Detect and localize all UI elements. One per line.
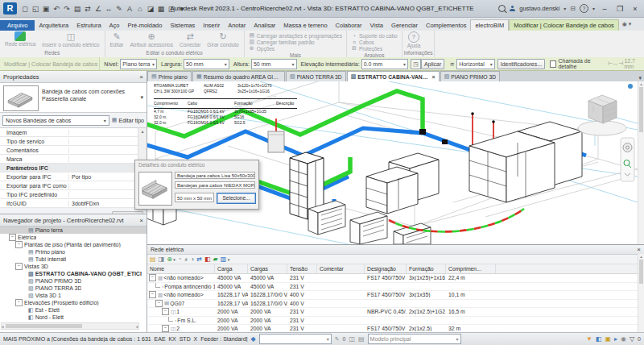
element-filter-select[interactable]: Novos Bandejas de cabos ▾ [2, 115, 109, 126]
ribbon-button-cabos[interactable]: ≡Cabos [349, 39, 376, 45]
ribbon-button-conectar[interactable]: ⇄Conectar [177, 31, 203, 48]
collapse-icon[interactable]: − [162, 325, 169, 332]
view-tab-piano-terra-3d[interactable]: ▧PIANO TERRA 3D [286, 71, 346, 81]
network-column-carga[interactable]: Carga [215, 264, 248, 273]
type-selector[interactable]: Bandeja de cabos com conexões Passerella… [0, 83, 147, 113]
ribbon-button-ajuda[interactable]: ?Ajuda [405, 31, 423, 48]
ribbon-tab-analisar[interactable]: Analisar [250, 20, 279, 31]
ribbon-tab-inserir[interactable]: Inserir [199, 20, 224, 31]
network-column-tens-o[interactable]: Tensão [287, 264, 317, 273]
orientation-select[interactable]: Horizontal▾ [456, 59, 495, 69]
property-row-tipo-ifc-predefinido[interactable]: Tipo IFC predefinido [0, 190, 147, 199]
close-button[interactable]: × [630, 5, 641, 13]
open-icon[interactable]: ▤ [150, 256, 156, 264]
design-option-select[interactable]: ▾ [259, 334, 332, 344]
search-icon[interactable]: ◔ [178, 256, 182, 264]
network-table-header[interactable]: NomeCargaCargasTensãoComentarDesignaçãoF… [147, 264, 644, 274]
ribbon-tab-a-o[interactable]: Aço [105, 20, 124, 31]
browser-item-vistas-3d[interactable]: −Vistas 3D [0, 263, 147, 270]
detail-callout-checkbox[interactable] [550, 60, 556, 68]
ribbon-tab-massa-e-terreno[interactable]: Massa e terreno [279, 20, 331, 31]
tag-icon[interactable]: ✎ [114, 5, 124, 13]
collapse-icon[interactable]: − [15, 263, 23, 270]
canvas-vertical-scrollbar[interactable]: ▴ [638, 81, 644, 244]
network-row-qg07[interactable]: −▤QG0716228,17 VA16228,17/0/0 VA400 V [147, 300, 644, 309]
network-vertical-scrollbar[interactable]: ▴ [638, 254, 644, 333]
redo-icon[interactable]: ↷ [62, 5, 72, 13]
select-link-icon[interactable]: ▸ [614, 335, 617, 343]
network-row-n-o-nomeado[interactable]: −▥<não nomeado>16228,17 VA16228,17/0/0 V… [147, 291, 644, 300]
new-file-icon[interactable]: ◻ [20, 5, 30, 13]
popup-size-field[interactable]: 50 mm x 50 mm [175, 193, 214, 202]
search-all-icon[interactable]: ◑ [190, 256, 194, 264]
property-row-marca[interactable]: Marca [0, 155, 147, 164]
aligned-dimension-icon[interactable]: ↔ [104, 5, 114, 13]
network-row-pompa-antincendio-1[interactable]: ▫Pompa antincendio 145000 VA45000 VA231 … [147, 283, 644, 292]
ribbon-button-suporte-do-cabo[interactable]: ◔Suporte do cabo [349, 32, 399, 39]
worksets-icon[interactable]: ◫ [349, 335, 355, 343]
ribbon-button-atribuir-acess-rios[interactable]: ⊕Atribuir acessórios [127, 31, 175, 48]
browser-item-eleva-es-prospetto-edificio[interactable]: −Elevações (Prospetto edificio) [0, 299, 147, 306]
active-model-select[interactable]: Modelo principal ▾ [368, 334, 461, 344]
network-row-n-o-nomeado[interactable]: −▥<não nomeado>45000 VA45000 VA231 VFS17… [147, 274, 644, 283]
network-column-designa-o[interactable]: Designação [365, 264, 407, 273]
browser-item-piano-terra-3d[interactable]: ▧PIANO TERRA 3D [0, 285, 147, 292]
browser-item-primo-piano[interactable]: ▤Primo piano [0, 248, 147, 256]
save-icon[interactable]: ▣ [41, 5, 51, 13]
collapse-icon[interactable]: − [15, 299, 23, 306]
help-menu-chevron-icon[interactable]: ▾ [592, 6, 595, 11]
add-circuit-icon[interactable]: ⊕ ▾ [167, 256, 175, 264]
project-browser-close-icon[interactable]: × [139, 217, 143, 224]
browser-item-tubi-interrati[interactable]: ▤Tubi interrati [0, 256, 147, 263]
width-select[interactable]: 50 mm▾ [184, 59, 229, 69]
sync-icon[interactable]: ⇄ [196, 256, 202, 264]
undo-icon[interactable]: ↶ [52, 5, 61, 13]
network-column-forma-o[interactable]: Formação [407, 264, 446, 273]
view-tab-estratto-cabina-vano-qgbt[interactable]: ▧ESTRATTO CABINA-VANO QGBT...× [347, 71, 440, 81]
collapse-icon[interactable]: − [149, 274, 156, 281]
apply-button[interactable]: Aplicar [421, 59, 444, 69]
view-tab-piano-primo-3d[interactable]: ▧PIANO PRIMO 3D [440, 71, 501, 81]
browser-item-vista-3d-1[interactable]: ▧Vista 3D 1 [0, 292, 147, 299]
user-menu-chevron-icon[interactable]: ▾ [564, 6, 566, 11]
reveal-constraints-icon[interactable]: ▣ [605, 335, 611, 343]
ribbon-tab-estrutura[interactable]: Estrutura [72, 20, 105, 31]
view-tab-resumo-do-quadro-area-gialla-q[interactable]: ▦Resumo do quadro AREA GIALLA Q... [192, 71, 285, 81]
tags-button[interactable]: Identificadores... [497, 59, 545, 69]
browser-item-estratto-cabina-vano-qgbt-etici[interactable]: ▧ESTRATTO CABINA-VANO QGBT_ETICI [0, 270, 147, 277]
collapse-icon[interactable]: − [15, 241, 23, 248]
network-column-nome[interactable]: Nome [147, 264, 215, 273]
signed-in-user[interactable]: gustavo.denski [519, 5, 559, 12]
ribbon-tab-colaborar[interactable]: Colaborar [332, 20, 366, 31]
export-icon[interactable]: ◨ [159, 256, 165, 264]
property-row-imagem[interactable]: Imagem [0, 128, 147, 137]
ribbon-tab-vista[interactable]: Vista [366, 20, 388, 31]
editing-requests-icon[interactable]: ✎ [335, 336, 340, 343]
ribbon-button-carregar-anota-es-e-programa-es[interactable]: ▤Carregar anotações e programações [247, 32, 344, 39]
select-pinned-icon[interactable]: ◉ [621, 335, 626, 343]
ribbon-tab-anotar[interactable]: Anotar [224, 20, 250, 31]
open-icon[interactable]: ◱ [31, 5, 40, 13]
level-select[interactable]: Piano terra▾ [120, 59, 157, 69]
type-selector-chevron-icon[interactable]: ▾ [140, 94, 143, 101]
filter-icon[interactable]: ▽ [630, 335, 634, 343]
view-tab-list-icon[interactable]: ▾ [636, 75, 644, 81]
network-row-fm-s-l[interactable]: ▫Fm S.L.2000 VA2000 VA231 V [147, 317, 644, 326]
edit-type-button[interactable]: ▦ Editar tipo [112, 117, 144, 123]
pick-offset-icon[interactable]: ◳ [411, 59, 421, 69]
collapse-icon[interactable]: − [149, 291, 156, 298]
default-3d-view-icon[interactable]: ⌂ [135, 5, 145, 13]
network-column-item[interactable] [496, 264, 644, 273]
popup-type-field[interactable]: Bandeja para cabos Lisa 50x50x3000 [175, 172, 255, 179]
popup-family-field[interactable]: Bandejas para cabos NIEDAX MOPA ELETROFO… [175, 181, 255, 189]
property-row-tipo-de-servi-o[interactable]: Tipo de serviço [0, 137, 147, 146]
network-column-cargas[interactable]: Cargas [248, 264, 287, 273]
ribbon-tab-sistemas[interactable]: Sistemas [166, 20, 199, 31]
section-icon[interactable]: ◪ [146, 5, 155, 13]
ribbon-button-girar-conduto[interactable]: ↻Girar conduto [204, 31, 241, 48]
design-options-icon[interactable]: ▤ [358, 335, 365, 343]
ribbon-tab-pr-moldado[interactable]: Pré-moldado [124, 20, 167, 31]
property-row-coment-rios[interactable]: Comentários [0, 146, 147, 155]
offset-select[interactable]: 0.0 mm▾ [361, 59, 408, 69]
ribbon-tab-arquitetura[interactable]: Arquitetura [35, 20, 72, 31]
